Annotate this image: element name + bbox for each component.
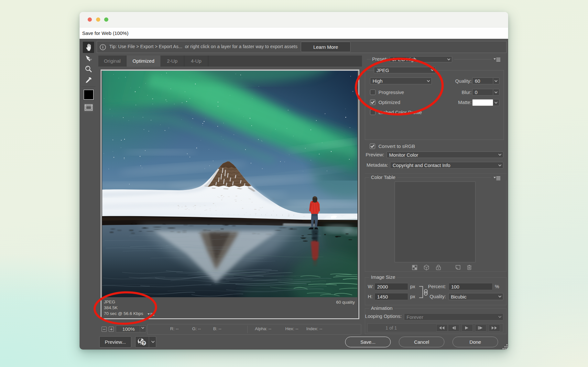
svg-text:?: ? — [143, 341, 145, 346]
